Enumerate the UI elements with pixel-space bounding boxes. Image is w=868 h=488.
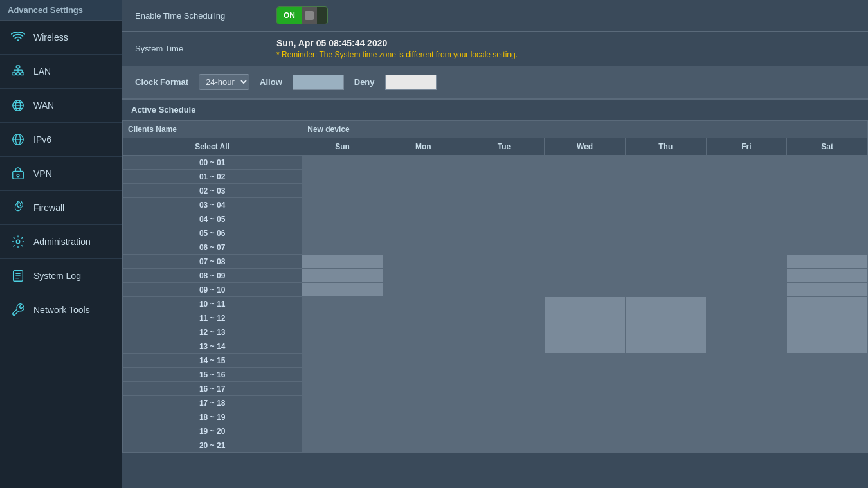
day-cell[interactable] [625,283,706,297]
day-cell[interactable] [383,255,464,269]
day-cell[interactable] [545,325,626,339]
sidebar-item-vpn[interactable]: VPN [0,157,122,191]
day-cell[interactable] [545,212,626,226]
day-cell[interactable] [787,156,868,170]
day-cell[interactable] [383,170,464,184]
day-cell[interactable] [464,424,545,438]
day-cell[interactable] [302,255,383,269]
day-cell[interactable] [383,424,464,438]
day-cell[interactable] [706,297,787,311]
day-cell[interactable] [545,410,626,424]
day-cell[interactable] [383,382,464,396]
day-cell[interactable] [706,184,787,198]
day-cell[interactable] [464,240,545,255]
day-cell[interactable] [464,198,545,212]
day-cell[interactable] [787,410,868,424]
day-cell[interactable] [545,382,626,396]
sidebar-item-systemlog[interactable]: System Log [0,259,122,293]
day-cell[interactable] [625,226,706,240]
day-cell[interactable] [706,255,787,269]
day-cell[interactable] [706,325,787,339]
sidebar-item-wan[interactable]: WAN [0,89,122,123]
day-cell[interactable] [545,297,626,311]
day-cell[interactable] [706,396,787,410]
day-cell[interactable] [625,368,706,382]
day-cell[interactable] [706,156,787,170]
day-cell[interactable] [706,226,787,240]
day-cell[interactable] [706,382,787,396]
day-cell[interactable] [787,226,868,240]
day-cell[interactable] [464,325,545,339]
day-cell[interactable] [625,424,706,438]
day-cell[interactable] [787,325,868,339]
day-cell[interactable] [625,170,706,184]
day-cell[interactable] [464,438,545,453]
day-cell[interactable] [625,198,706,212]
day-cell[interactable] [464,339,545,354]
day-cell[interactable] [302,325,383,339]
clock-format-select[interactable]: 24-hour 12-hour [199,74,249,90]
day-cell[interactable] [625,325,706,339]
day-cell[interactable] [302,396,383,410]
day-cell[interactable] [302,156,383,170]
day-cell[interactable] [464,212,545,226]
day-cell[interactable] [545,424,626,438]
day-cell[interactable] [706,212,787,226]
day-cell[interactable] [787,198,868,212]
day-cell[interactable] [302,170,383,184]
day-cell[interactable] [706,198,787,212]
day-cell[interactable] [545,255,626,269]
day-cell[interactable] [625,212,706,226]
day-cell[interactable] [545,198,626,212]
day-cell[interactable] [383,339,464,354]
day-cell[interactable] [706,368,787,382]
day-cell[interactable] [464,396,545,410]
day-cell[interactable] [706,283,787,297]
day-cell[interactable] [706,269,787,283]
day-cell[interactable] [464,354,545,368]
day-cell[interactable] [302,226,383,240]
day-cell[interactable] [464,184,545,198]
sidebar-item-wireless[interactable]: Wireless [0,21,122,55]
day-cell[interactable] [545,311,626,325]
day-cell[interactable] [787,382,868,396]
day-cell[interactable] [787,212,868,226]
day-cell[interactable] [787,255,868,269]
day-cell[interactable] [545,226,626,240]
day-cell[interactable] [625,339,706,354]
day-cell[interactable] [625,311,706,325]
day-cell[interactable] [383,410,464,424]
day-cell[interactable] [545,438,626,453]
day-cell[interactable] [787,297,868,311]
day-cell[interactable] [787,283,868,297]
day-cell[interactable] [383,156,464,170]
day-cell[interactable] [625,255,706,269]
sidebar-item-ipv6[interactable]: IPv6 [0,123,122,157]
day-cell[interactable] [625,156,706,170]
day-cell[interactable] [383,269,464,283]
day-cell[interactable] [706,240,787,255]
day-cell[interactable] [302,438,383,453]
day-cell[interactable] [302,240,383,255]
sidebar-item-administration[interactable]: Administration [0,225,122,259]
day-cell[interactable] [545,368,626,382]
day-cell[interactable] [383,226,464,240]
day-cell[interactable] [383,283,464,297]
day-cell[interactable] [545,339,626,354]
day-cell[interactable] [625,438,706,453]
day-cell[interactable] [545,354,626,368]
day-cell[interactable] [625,354,706,368]
day-cell[interactable] [464,382,545,396]
day-cell[interactable] [625,184,706,198]
day-cell[interactable] [787,184,868,198]
day-cell[interactable] [302,368,383,382]
day-cell[interactable] [383,325,464,339]
day-cell[interactable] [545,283,626,297]
day-cell[interactable] [706,438,787,453]
day-cell[interactable] [302,212,383,226]
day-cell[interactable] [787,438,868,453]
day-cell[interactable] [706,354,787,368]
day-cell[interactable] [625,410,706,424]
day-cell[interactable] [464,170,545,184]
day-cell[interactable] [706,339,787,354]
